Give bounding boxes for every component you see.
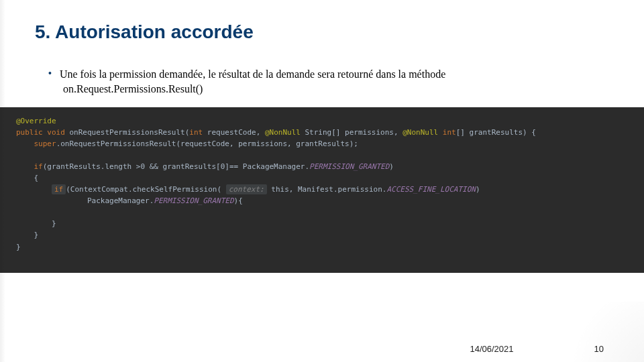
code-text: (ContextCompat.checkSelfPermission( bbox=[66, 185, 225, 194]
footer: 14/06/2021 10 bbox=[0, 344, 644, 354]
code-chip: if bbox=[52, 184, 66, 194]
code-annotation: @Override bbox=[16, 117, 56, 125]
slide-title: 5. Autorisation accordée bbox=[0, 0, 644, 43]
code-text: String[] permissions, bbox=[301, 128, 402, 137]
code-annotation: @NonNull bbox=[265, 128, 301, 137]
code-annotation: @NonNull bbox=[402, 128, 438, 137]
code-const: PERMISSION_GRANTED bbox=[309, 162, 389, 171]
code-text: ) bbox=[476, 185, 480, 194]
code-param-hint: context: bbox=[226, 184, 267, 194]
code-text: .onRequestPermissionsResult(requestCode,… bbox=[56, 139, 358, 148]
code-kw: int bbox=[189, 128, 203, 137]
bullet-method: on.Request.Permissions.Result() bbox=[0, 80, 644, 95]
code-text: } bbox=[16, 243, 21, 251]
bullet-item: • Une fois la permission demandée, le ré… bbox=[0, 43, 644, 80]
footer-date: 14/06/2021 bbox=[470, 344, 513, 354]
code-text: requestCode, bbox=[203, 128, 265, 137]
code-kw: public void bbox=[16, 128, 65, 137]
code-text: this, Manifest.permission. bbox=[267, 185, 387, 194]
code-text: ){ bbox=[234, 196, 243, 205]
slide: 5. Autorisation accordée • Une fois la p… bbox=[0, 0, 644, 362]
code-text: } bbox=[34, 231, 39, 239]
code-text: (grantResults.length >0 && grantResults[… bbox=[43, 162, 309, 171]
code-const: PERMISSION_GRANTED bbox=[154, 196, 233, 205]
code-text: { bbox=[34, 174, 39, 182]
code-kw: if bbox=[34, 162, 43, 171]
bullet-icon: • bbox=[48, 68, 52, 78]
code-text: } bbox=[52, 219, 56, 228]
bullet-text: Une fois la permission demandée, le résu… bbox=[60, 68, 445, 80]
code-const: ACCESS_FINE_LOCATION bbox=[386, 185, 475, 194]
left-shadow bbox=[0, 0, 5, 362]
code-kw: if bbox=[54, 185, 63, 194]
footer-page: 10 bbox=[594, 344, 604, 354]
code-text: ) bbox=[389, 162, 394, 171]
code-text: [] grantResults) { bbox=[456, 128, 536, 137]
code-block: @Override public void onRequestPermissio… bbox=[0, 107, 644, 273]
code-text: onRequestPermissionsResult( bbox=[65, 128, 189, 137]
code-text: PackageManager. bbox=[87, 196, 154, 205]
code-kw: int bbox=[438, 128, 456, 137]
code-kw: super bbox=[34, 139, 56, 148]
